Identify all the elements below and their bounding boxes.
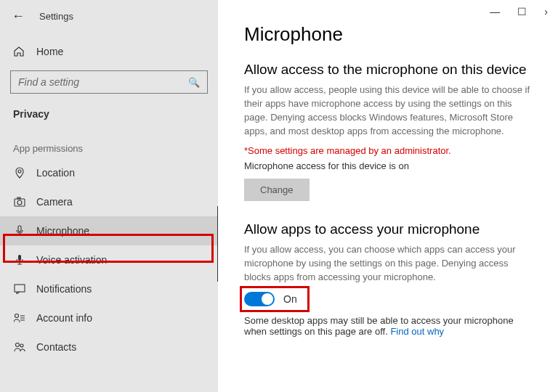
more-button[interactable]: › — [544, 6, 548, 17]
section-description: If you allow access, people using this d… — [244, 83, 532, 138]
apps-access-toggle[interactable] — [244, 292, 275, 306]
home-icon — [13, 46, 26, 57]
sidebar-item-label: Contacts — [36, 341, 76, 353]
subheader-app-permissions: App permissions — [0, 126, 218, 158]
home-label: Home — [36, 46, 63, 57]
home-nav[interactable]: Home — [0, 38, 218, 65]
account-icon — [13, 313, 26, 323]
toggle-label: On — [283, 293, 297, 305]
sidebar-item-label: Microphone — [36, 225, 89, 237]
svg-point-1 — [17, 200, 22, 205]
svg-rect-4 — [18, 255, 21, 261]
titlebar: ← Settings — [0, 0, 218, 33]
svg-rect-5 — [15, 285, 25, 292]
sidebar-item-label: Location — [36, 167, 75, 179]
maximize-button[interactable]: ☐ — [517, 6, 527, 17]
sidebar-item-label: Voice activation — [36, 254, 107, 266]
admin-note: *Some settings are managed by an adminis… — [244, 145, 532, 156]
back-icon[interactable]: ← — [12, 9, 25, 24]
section-heading: Allow apps to access your microphone — [244, 221, 532, 237]
toggle-row: On — [244, 292, 532, 306]
footer-note: Some desktop apps may still be able to a… — [244, 315, 532, 337]
change-button[interactable]: Change — [244, 179, 310, 201]
sidebar-item-voice[interactable]: Voice activation — [0, 245, 218, 274]
sidebar-item-camera[interactable]: Camera — [0, 187, 218, 216]
minimize-button[interactable]: — — [490, 6, 500, 17]
location-icon — [13, 167, 26, 179]
svg-rect-2 — [17, 197, 20, 199]
section-description: If you allow access, you can choose whic… — [244, 243, 532, 285]
find-out-why-link[interactable]: Find out why — [390, 326, 444, 337]
sidebar-item-location[interactable]: Location — [0, 158, 218, 187]
svg-point-7 — [16, 343, 20, 347]
sidebar-item-account[interactable]: Account info — [0, 303, 218, 332]
sidebar: ← Settings Home 🔍 Privacy App permission… — [0, 0, 218, 392]
microphone-icon — [13, 225, 26, 237]
sidebar-item-notifications[interactable]: Notifications — [0, 274, 218, 303]
camera-icon — [13, 197, 26, 207]
page-title: Microphone — [244, 23, 532, 46]
sidebar-item-label: Camera — [36, 196, 73, 208]
device-access-status: Microphone access for this device is on — [244, 160, 532, 171]
search-input[interactable] — [18, 76, 188, 88]
search-icon: 🔍 — [188, 77, 200, 88]
sidebar-item-microphone[interactable]: Microphone — [0, 216, 218, 245]
voice-icon — [13, 254, 26, 266]
window-controls: — ☐ › — [490, 6, 548, 17]
contacts-icon — [13, 342, 26, 352]
sidebar-item-label: Notifications — [36, 283, 92, 295]
section-heading: Allow access to the microphone on this d… — [244, 62, 532, 78]
main-content: — ☐ › Microphone Allow access to the mic… — [218, 0, 558, 392]
svg-point-6 — [15, 314, 19, 318]
app-title: Settings — [39, 11, 73, 22]
svg-point-8 — [20, 344, 23, 347]
svg-rect-3 — [18, 226, 21, 232]
search-box[interactable]: 🔍 — [10, 70, 208, 94]
notifications-icon — [13, 284, 26, 294]
section-privacy: Privacy — [0, 99, 218, 126]
sidebar-item-label: Account info — [36, 312, 92, 324]
sidebar-item-contacts[interactable]: Contacts — [0, 332, 218, 362]
